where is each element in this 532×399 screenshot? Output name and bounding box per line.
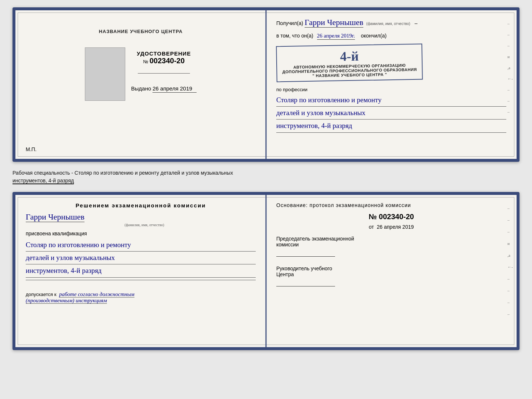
- issued-date: 26 апреля 2019: [152, 85, 197, 93]
- top-certificate: НАЗВАНИЕ УЧЕБНОГО ЦЕНТРА УДОСТОВЕРЕНИЕ №…: [12, 7, 520, 162]
- issued-label: Выдано: [131, 85, 151, 92]
- dash7: –: [507, 88, 513, 92]
- issued-line: Выдано 26 апреля 2019: [131, 85, 197, 93]
- vtom-line: в том, что он(а) 26 апреля 2019г. окончи…: [276, 33, 506, 39]
- cert-number-block: УДОСТОВЕРЕНИЕ № 002340-20: [137, 50, 191, 65]
- director-block: Руководитель учебного Центра: [276, 266, 506, 286]
- assigned-label: присвоена квалификация: [26, 231, 256, 236]
- qual-line1: Столяр по изготовлению и ремонту: [26, 239, 256, 252]
- bottom-name-hint: (фамилия, имя, отчество): [33, 223, 256, 227]
- date-from-val: 26 апреля 2019: [377, 224, 414, 230]
- dash2: –: [507, 32, 513, 37]
- protocol-number: № 002340-20: [276, 213, 506, 221]
- vtom-prefix: в том, что он(а): [276, 33, 313, 39]
- name-hint-top: (фамилия, имя, отчество): [366, 22, 410, 26]
- bottom-cert-left: Решением экзаменационной комиссии Гарри …: [15, 195, 266, 347]
- chairman-label1: Председатель экзаменационной: [276, 236, 354, 242]
- received-prefix: Получил(а): [276, 20, 303, 26]
- profession-line1: Столяр по изготовлению и ремонту: [276, 94, 506, 107]
- qual-line2: деталей и узлов музыкальных: [26, 252, 256, 264]
- caption-area: Рабочая специальность - Столяр по изгото…: [12, 168, 520, 186]
- right-dashes: – – – и ,а ←- – – –: [507, 21, 513, 114]
- chairman-block: Председатель экзаменационной комиссии: [276, 236, 506, 257]
- protocol-prefix: №: [369, 213, 377, 221]
- right-dashes-bottom: – – – и ,а ←- – – – –: [507, 206, 513, 316]
- profession-label: по профессии: [276, 87, 506, 92]
- stamp-num: 4-й: [282, 47, 417, 65]
- caption-underlined: инструментов, 4-й разряд: [12, 178, 74, 184]
- cert-no-prefix: №: [143, 59, 148, 64]
- dash3: –: [507, 43, 513, 48]
- dopusk-text: работе согласно должностным: [59, 291, 134, 298]
- bottom-person-name: Гарри Чернышев: [26, 212, 85, 222]
- chairman-label: Председатель экзаменационной комиссии: [276, 236, 506, 247]
- bottom-cert-right: Основание: протокол экзаменационной коми…: [266, 195, 517, 347]
- dash4: и: [507, 54, 513, 59]
- dash1: –: [507, 21, 513, 26]
- dash9: –: [507, 110, 513, 114]
- cert-label: УДОСТОВЕРЕНИЕ: [137, 50, 191, 57]
- dopusk-prefix: допускается к: [26, 292, 56, 297]
- profession-line2: деталей и узлов музыкальных: [276, 107, 506, 120]
- photo-placeholder: [85, 47, 125, 101]
- mp-label: М.П.: [26, 146, 37, 152]
- top-cert-right: Получил(а) Гарри Чернышев (фамилия, имя,…: [266, 10, 517, 159]
- dopusk-text2: (производственным) инструкциям: [26, 298, 107, 304]
- cert-number: 002340-20: [150, 57, 185, 65]
- decision-header: Решением экзаменационной комиссии: [26, 202, 256, 209]
- protocol-num-val: 002340-20: [379, 213, 414, 221]
- caption-normal: Рабочая специальность - Столяр по изгото…: [12, 170, 233, 176]
- received-line: Получил(а) Гарри Чернышев (фамилия, имя,…: [276, 18, 506, 28]
- director-label1: Руководитель учебного: [276, 266, 332, 271]
- qual-line3: инструментов, 4-й разряд: [26, 264, 256, 277]
- okoncil-label: окончил(а): [361, 33, 387, 39]
- chairman-label2: комиссии: [276, 242, 299, 247]
- dash8: –: [507, 99, 513, 103]
- profession-line3: инструментов, 4-й разряд: [276, 120, 506, 132]
- chairman-signature: [276, 256, 335, 257]
- received-name: Гарри Чернышев: [305, 18, 363, 28]
- basis-label: Основание: протокол экзаменационной коми…: [276, 202, 506, 208]
- stamp-block: 4-й АВТОНОМНУЮ НЕКОММЕРЧЕСКУЮ ОРГАНИЗАЦИ…: [276, 44, 423, 82]
- date-from-prefix: от: [369, 224, 374, 230]
- vtom-date: 26 апреля 2019г.: [317, 33, 355, 40]
- bottom-name-block: Гарри Чернышев (фамилия, имя, отчество): [26, 212, 256, 227]
- director-label2: Центра: [276, 271, 294, 277]
- stamp-area: 4-й АВТОНОМНУЮ НЕКОММЕРЧЕСКУЮ ОРГАНИЗАЦИ…: [276, 42, 506, 84]
- dash6: ←-: [507, 76, 513, 81]
- top-cert-left: НАЗВАНИЕ УЧЕБНОГО ЦЕНТРА УДОСТОВЕРЕНИЕ №…: [15, 10, 266, 159]
- dopusk-line: допускается к работе согласно должностны…: [26, 291, 256, 304]
- bottom-certificate: Решением экзаменационной комиссии Гарри …: [12, 192, 520, 350]
- school-title-top: НАЗВАНИЕ УЧЕБНОГО ЦЕНТРА: [99, 29, 183, 34]
- dash5: ,а: [507, 65, 513, 70]
- director-signature: [276, 286, 335, 286]
- cert-no-line: № 002340-20: [137, 57, 191, 65]
- date-from-line: от 26 апреля 2019: [276, 224, 506, 230]
